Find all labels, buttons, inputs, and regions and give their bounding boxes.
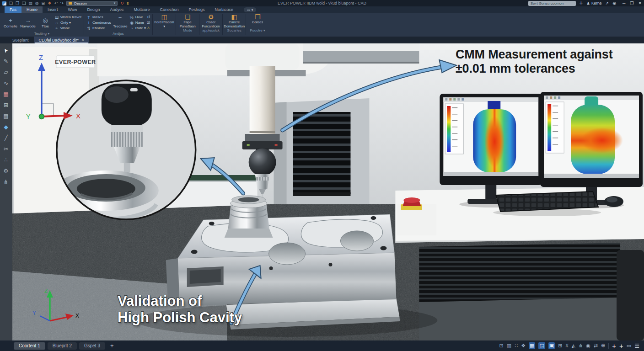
measure-line-icon[interactable]: ╱ bbox=[4, 135, 7, 141]
menu-tab-file[interactable]: Fas bbox=[5, 6, 21, 13]
settings-tool-icon[interactable]: ⚙ bbox=[4, 168, 9, 174]
rate-button[interactable]: ◔ Rate ▾ bbox=[129, 26, 146, 31]
trace-button[interactable]: ◎ Ttoe bbox=[37, 14, 54, 32]
module-gotees[interactable]: ❒ Gotees Fooolre ▾ bbox=[247, 13, 268, 37]
folder-icon bbox=[69, 2, 72, 5]
module-fape-panasaan[interactable]: ❏ Fape PanaSaan Mode bbox=[177, 13, 198, 37]
close-icon[interactable]: ✕ bbox=[81, 38, 84, 42]
waten-ravet-button[interactable]: ⬓ Waten Ravet bbox=[54, 15, 81, 20]
module-ford-pracem[interactable]: ◫ Ford Pracem ▾ bbox=[154, 13, 175, 37]
expand-icon[interactable]: ✛ bbox=[580, 1, 583, 5]
restore-button[interactable]: ❐ bbox=[630, 1, 633, 5]
web-icon[interactable]: ◍ bbox=[35, 0, 39, 6]
menu-tab-insert[interactable]: Insert bbox=[43, 6, 63, 13]
mesh-edit-icon[interactable]: ▦ bbox=[3, 91, 8, 97]
presence-user-icon[interactable]: ◉ bbox=[586, 342, 590, 349]
module-cancre-domenization[interactable]: ◧ Cancre Domenization Socaries bbox=[224, 13, 245, 37]
snap-options-icon[interactable]: ∷ bbox=[515, 342, 518, 349]
scale-indicator-icon[interactable]: ⊡ bbox=[499, 342, 504, 349]
how-button[interactable]: % How bbox=[129, 15, 146, 20]
share-graph-icon[interactable]: ⋔ bbox=[579, 342, 583, 349]
menu-tab-reshape[interactable]: Peshogs bbox=[184, 6, 210, 13]
open-folder-icon[interactable]: ❐ bbox=[16, 0, 19, 6]
close-button[interactable]: ✕ bbox=[638, 1, 642, 5]
group-label-andjus[interactable]: Andjus bbox=[86, 32, 150, 37]
refresh-icon[interactable]: ↺ bbox=[147, 15, 150, 20]
dice-icon[interactable]: ⚂ bbox=[147, 20, 150, 25]
constraints-icon[interactable]: ❋ bbox=[601, 342, 605, 349]
save-icon[interactable]: ▤ bbox=[28, 0, 32, 6]
doc-tab-sueplant[interactable]: Sueplant bbox=[7, 37, 34, 43]
workspace-dropdown[interactable]: Deseon ▾ bbox=[66, 1, 118, 6]
mases-button[interactable]: T Mases bbox=[86, 15, 111, 20]
group-label-teciting[interactable]: Teciting ▾ bbox=[2, 32, 81, 37]
menu-tab-connection[interactable]: Conechon bbox=[155, 6, 183, 13]
point-cloud-icon[interactable]: ∴ bbox=[4, 157, 8, 163]
nane-button[interactable]: ◉ Nane bbox=[129, 20, 146, 25]
document-tab-bar: Sueplant CE0fel Badwphoc dir* ✕ bbox=[0, 37, 644, 43]
light-view-icon[interactable]: ◭ bbox=[572, 342, 575, 349]
share-icon[interactable]: ↗ bbox=[606, 1, 609, 5]
ribbon-separator bbox=[199, 14, 199, 35]
module-group-label: Mode bbox=[177, 28, 198, 33]
pattern-grid-icon[interactable]: # bbox=[565, 342, 568, 349]
import-file-icon[interactable]: ❑ bbox=[22, 0, 26, 6]
sketch-pencil-icon[interactable]: ✎ bbox=[4, 58, 8, 64]
trecsure-button[interactable]: ⌒ Trecsure bbox=[112, 14, 129, 32]
render-mode-icon[interactable]: ▥ bbox=[507, 342, 511, 349]
menu-tab-workspace[interactable]: Norlacoce bbox=[210, 6, 239, 13]
cube-3d-icon[interactable]: ◆ bbox=[4, 124, 8, 130]
folder-parts-icon[interactable]: ▤ bbox=[3, 113, 8, 119]
select-cursor-icon[interactable]: ➤ bbox=[2, 47, 10, 54]
kholare-button[interactable]: ⇅ Kholare bbox=[86, 26, 111, 31]
view-grid-icon[interactable]: ▦ bbox=[529, 342, 535, 349]
measure-distance-icon[interactable]: ⇄ bbox=[594, 342, 598, 349]
undo-icon[interactable]: ↶ bbox=[54, 0, 58, 6]
doc-tab-active[interactable]: CE0fel Badwphoc dir* ✕ bbox=[34, 37, 90, 43]
zoom-in-button[interactable]: + bbox=[612, 342, 616, 350]
create-button[interactable]: + Cornelie bbox=[2, 14, 19, 32]
spline-tool-icon[interactable]: ∿ bbox=[4, 80, 8, 86]
selection-filter-icon[interactable]: ⊞ bbox=[558, 342, 562, 349]
view-section-icon[interactable]: ◲ bbox=[538, 342, 545, 349]
add-sheet-button[interactable]: + bbox=[107, 342, 117, 349]
currency-icon[interactable]: $ bbox=[127, 1, 129, 5]
menu-tab-design[interactable]: Decign bbox=[82, 6, 105, 13]
folder-module-icon: ❒ bbox=[255, 14, 261, 21]
wane-button[interactable]: ≈ Wane bbox=[54, 26, 81, 31]
node-tree-icon[interactable]: ⋔ bbox=[4, 179, 8, 185]
overflow-menu-icon[interactable]: ☰ bbox=[634, 343, 639, 349]
sheet-tab-blueprint-2[interactable]: Blueprlt 2 bbox=[48, 342, 77, 350]
cendmarcs-button[interactable]: I Cendmarcs bbox=[86, 20, 111, 25]
minimize-button[interactable]: ─ bbox=[623, 1, 625, 5]
view-wireframe-icon[interactable]: ▣ bbox=[548, 342, 555, 349]
menu-tab-view[interactable]: Wow bbox=[63, 6, 82, 13]
axis-label-z2: Z bbox=[44, 288, 48, 294]
menu-extra-pill[interactable]: ▭ ▾ bbox=[244, 7, 256, 12]
clipboard-link-icon[interactable]: ⊞ bbox=[42, 0, 45, 6]
new-document-icon[interactable]: ❏ bbox=[9, 0, 13, 6]
module-coser-forcanticen[interactable]: ⚙ Coser Forcanticen applesoick bbox=[200, 13, 221, 37]
help-globe-icon[interactable]: ◉ bbox=[612, 1, 616, 5]
sheet-tab-content-1[interactable]: Coortent 1 bbox=[14, 342, 45, 350]
command-search-input[interactable]: Swrt Gonsu coomon bbox=[528, 1, 576, 6]
rectangle-tool-icon[interactable]: ▱ bbox=[4, 69, 8, 75]
menu-tab-analyze[interactable]: Aodyec bbox=[105, 6, 129, 13]
menu-tab-home[interactable]: Home bbox=[21, 6, 43, 13]
redo-icon[interactable]: ↷ bbox=[60, 0, 64, 6]
viewport-canvas[interactable]: EVER-POWER bbox=[12, 43, 644, 340]
sync-icon[interactable]: ↻ bbox=[120, 1, 124, 5]
display-mode-icon[interactable]: ▭ bbox=[627, 342, 631, 349]
mouse bbox=[604, 196, 623, 207]
annotation-tools-icon[interactable]: ❖ bbox=[521, 342, 526, 349]
user-account[interactable]: ♟ Kerne bbox=[586, 1, 601, 5]
sheet-tab-3[interactable]: Gspet 3 bbox=[79, 342, 105, 350]
add-view-button[interactable]: + bbox=[619, 342, 623, 350]
duplicate-icon[interactable]: ⊞ bbox=[4, 102, 8, 108]
onty-button[interactable]: ◌ Onty ▾ bbox=[54, 20, 81, 25]
menu-tab-monitor[interactable]: Mottcore bbox=[129, 6, 155, 13]
trim-tool-icon[interactable]: ✂ bbox=[4, 146, 8, 152]
user-paste-icon[interactable]: ❖ bbox=[48, 0, 51, 6]
warning-icon[interactable]: ⚠ bbox=[147, 26, 150, 31]
navigate-button[interactable]: → Navwode bbox=[20, 14, 36, 32]
